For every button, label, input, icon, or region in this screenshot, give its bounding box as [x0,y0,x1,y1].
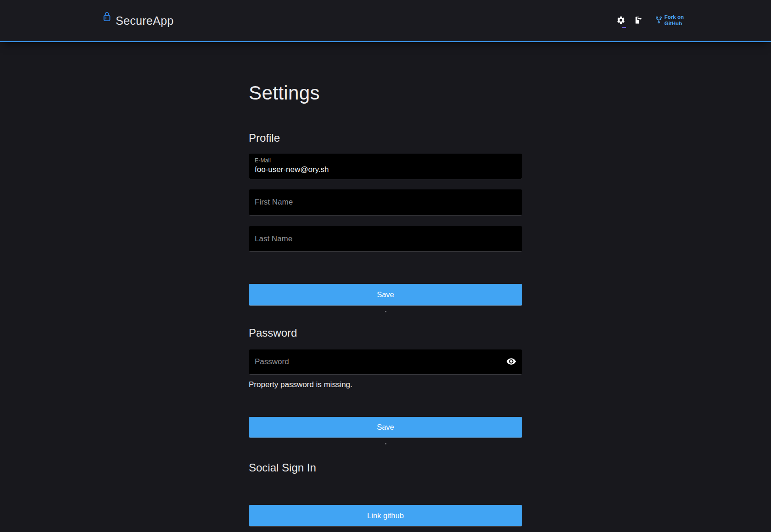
gear-icon [616,16,626,26]
logout-icon [634,16,643,26]
email-input[interactable] [255,165,516,174]
focus-indicator [622,27,626,28]
save-profile-button[interactable]: Save [249,284,522,305]
password-section-heading: Password [249,326,522,339]
fork-link-text: Fork on GitHub [665,14,684,27]
toggle-password-visibility-button[interactable] [506,357,516,367]
app-title: SecureApp [116,14,173,28]
form-status-dot [385,311,386,312]
brand: SecureApp [103,14,173,28]
save-password-button[interactable]: Save [249,417,522,438]
last-name-field[interactable] [249,226,522,251]
password-error-message: Property password is missing. [249,380,522,389]
settings-page: Settings Profile E-Mail Save Password Pr… [249,83,522,526]
header-actions: Fork on GitHub [616,14,684,27]
git-fork-icon [655,16,662,26]
form-status-dot [385,443,386,444]
logout-button[interactable] [633,16,643,26]
email-field-label: E-Mail [255,157,516,164]
first-name-field[interactable] [249,189,522,215]
first-name-input[interactable] [255,198,516,207]
eye-icon [506,356,516,368]
profile-section-heading: Profile [249,131,522,144]
lock-icon [103,11,111,24]
password-input[interactable] [255,357,502,366]
social-sign-in-heading: Social Sign In [249,461,522,474]
password-field[interactable] [249,349,522,374]
page-title: Settings [249,83,522,104]
settings-button[interactable] [616,16,626,26]
email-field[interactable]: E-Mail [249,154,522,179]
fork-on-github-link[interactable]: Fork on GitHub [655,14,684,27]
app-header: SecureApp [0,0,771,42]
link-github-button[interactable]: Link github [249,505,522,526]
last-name-input[interactable] [255,234,516,244]
